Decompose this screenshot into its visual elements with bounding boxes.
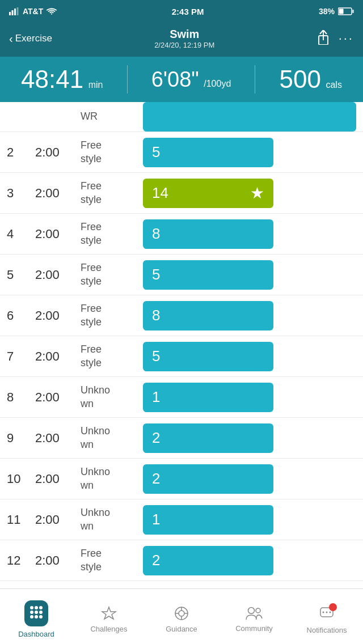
svg-rect-3 bbox=[17, 7, 19, 15]
row-laps: 1 bbox=[143, 383, 356, 412]
row-stroke: Unknown bbox=[81, 463, 143, 494]
row-laps: 8 bbox=[143, 219, 356, 249]
notifications-icon-wrap bbox=[319, 604, 335, 622]
nav-subtitle: 2/24/20, 12:19 PM bbox=[154, 41, 214, 49]
row-stroke: Freestyle bbox=[81, 137, 143, 168]
stats-bar: 48:41 min 6'08" /100yd 500 cals bbox=[0, 57, 363, 102]
calories-unit: cals bbox=[326, 80, 341, 90]
pace-value: 6'08" bbox=[151, 67, 199, 91]
svg-point-20 bbox=[179, 611, 184, 616]
tab-dashboard-icon-wrap bbox=[24, 600, 48, 626]
nav-title-block: Swim 2/24/20, 12:19 PM bbox=[154, 28, 214, 49]
status-time: 2:43 PM bbox=[172, 7, 204, 16]
more-options-icon[interactable]: ··· bbox=[339, 31, 354, 46]
status-right: 38% bbox=[319, 7, 354, 16]
signal-icon bbox=[9, 7, 19, 15]
tab-guidance[interactable]: Guidance bbox=[145, 589, 218, 644]
row-laps: 2 bbox=[143, 546, 356, 575]
svg-rect-0 bbox=[9, 12, 11, 15]
lap-badge: 5 bbox=[143, 342, 273, 371]
lap-badge: 5 bbox=[143, 138, 273, 167]
tab-dashboard-label: Dashboard bbox=[18, 630, 54, 638]
svg-point-9 bbox=[30, 606, 33, 609]
nav-title: Swim bbox=[154, 28, 214, 41]
row-time: 2:00 bbox=[35, 472, 81, 486]
row-time: 2:00 bbox=[35, 227, 81, 242]
svg-rect-1 bbox=[12, 10, 14, 15]
dashboard-icon bbox=[29, 605, 44, 620]
row-num: 2 bbox=[7, 145, 35, 160]
svg-point-26 bbox=[256, 608, 260, 613]
lap-count: 14 bbox=[152, 184, 168, 202]
lap-badge: 8 bbox=[143, 301, 273, 331]
row-laps: 1 bbox=[143, 505, 356, 535]
back-label: Exercise bbox=[15, 33, 52, 44]
tab-notifications-label: Notifications bbox=[307, 626, 347, 634]
stat-calories: 500 cals bbox=[280, 65, 342, 94]
row-time: 2:00 bbox=[35, 512, 81, 527]
table-row: 5 2:00 Freestyle 5 bbox=[0, 255, 363, 295]
svg-rect-5 bbox=[352, 10, 354, 13]
share-icon[interactable] bbox=[317, 30, 330, 48]
row-num: 10 bbox=[7, 472, 35, 486]
row-laps: 5 bbox=[143, 342, 356, 371]
calories-value: 500 bbox=[280, 65, 321, 93]
notification-badge bbox=[329, 603, 337, 611]
divider-2 bbox=[255, 65, 255, 94]
row-time: 2:00 bbox=[35, 553, 81, 568]
svg-point-13 bbox=[35, 611, 38, 614]
back-button[interactable]: ‹ Exercise bbox=[9, 32, 52, 45]
swim-table: WR 2 2:00 Freestyle 5 3 2:00 Freestyle 1… bbox=[0, 102, 363, 637]
svg-point-10 bbox=[35, 606, 38, 609]
svg-point-30 bbox=[330, 612, 331, 613]
row-laps: 14 ★ bbox=[143, 179, 356, 208]
row-num: 3 bbox=[7, 186, 35, 201]
table-row: 2 2:00 Freestyle 5 bbox=[0, 132, 363, 173]
lap-badge: 2 bbox=[143, 546, 273, 575]
svg-point-28 bbox=[323, 612, 324, 613]
svg-marker-18 bbox=[102, 607, 116, 619]
row-time: 2:00 bbox=[35, 431, 81, 446]
svg-point-15 bbox=[30, 615, 33, 618]
nav-bar: ‹ Exercise Swim 2/24/20, 12:19 PM ··· bbox=[0, 23, 363, 57]
duration-value: 48:41 bbox=[21, 65, 83, 93]
nav-actions: ··· bbox=[317, 30, 354, 48]
row-stroke: Freestyle bbox=[81, 300, 143, 331]
row-time: 2:00 bbox=[35, 390, 81, 405]
tab-notifications[interactable]: Notifications bbox=[290, 589, 363, 644]
tab-challenges-label: Challenges bbox=[90, 625, 127, 633]
row-stroke-partial: WR bbox=[81, 108, 143, 125]
row-stroke: Freestyle bbox=[81, 341, 143, 372]
svg-point-29 bbox=[326, 612, 328, 613]
row-time: 2:00 bbox=[35, 145, 81, 160]
tab-challenges[interactable]: Challenges bbox=[73, 589, 145, 644]
lap-badge: 1 bbox=[143, 505, 273, 535]
row-num: 7 bbox=[7, 349, 35, 364]
row-laps: 8 bbox=[143, 301, 356, 331]
row-laps-partial bbox=[143, 102, 356, 132]
guidance-icon bbox=[174, 605, 189, 621]
row-stroke: Unknown bbox=[81, 382, 143, 413]
lap-badge: 1 bbox=[143, 383, 273, 412]
svg-rect-6 bbox=[339, 9, 344, 14]
status-left: AT&T bbox=[9, 7, 57, 16]
row-stroke: Freestyle bbox=[81, 259, 143, 290]
table-row: 6 2:00 Freestyle 8 bbox=[0, 295, 363, 336]
row-num: 9 bbox=[7, 431, 35, 446]
share-svg bbox=[317, 30, 330, 45]
battery-icon bbox=[338, 7, 354, 15]
row-laps: 2 bbox=[143, 464, 356, 494]
row-stroke: Freestyle bbox=[81, 545, 143, 576]
stat-pace: 6'08" /100yd bbox=[151, 67, 231, 92]
tab-community[interactable]: Community bbox=[218, 589, 290, 644]
row-num: 5 bbox=[7, 268, 35, 282]
row-laps: 5 bbox=[143, 260, 356, 290]
duration-unit: min bbox=[88, 80, 103, 90]
svg-rect-2 bbox=[14, 9, 16, 15]
row-num: 6 bbox=[7, 308, 35, 323]
tab-dashboard[interactable]: Dashboard bbox=[0, 589, 73, 644]
row-num: 11 bbox=[7, 512, 35, 527]
row-num: 4 bbox=[7, 227, 35, 242]
pace-unit: /100yd bbox=[204, 79, 231, 88]
svg-point-16 bbox=[35, 615, 38, 618]
